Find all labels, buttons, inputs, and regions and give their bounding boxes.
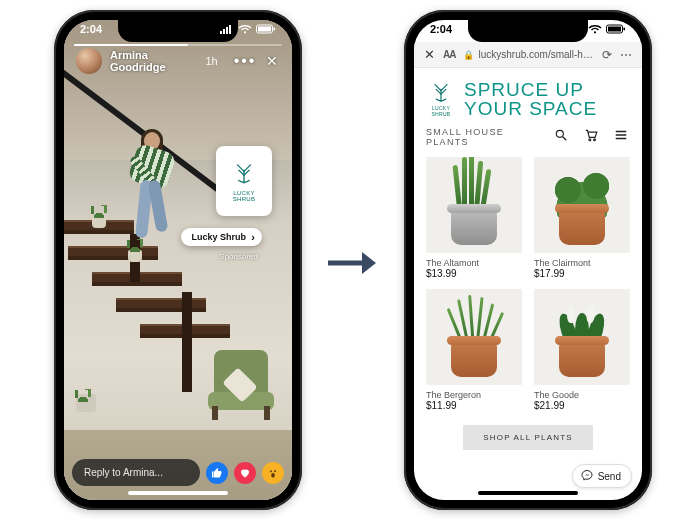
website-screen: 2:04 ✕ AA 🔒 luck <box>414 20 642 500</box>
browser-more-icon[interactable]: ⋯ <box>620 48 632 62</box>
site-logo-text-2: SHRUB <box>431 111 450 117</box>
svg-line-22 <box>563 137 567 141</box>
product-price: $13.99 <box>426 268 522 279</box>
headline-line-1: SPRUCE UP <box>464 80 597 99</box>
svg-rect-7 <box>274 28 276 31</box>
avatar[interactable] <box>76 48 102 74</box>
browser-toolbar: ✕ AA 🔒 luckyshrub.com/small-h… ⟳ ⋯ <box>414 42 642 68</box>
product-name: The Goode <box>534 390 630 400</box>
svg-rect-3 <box>229 25 231 34</box>
brand-logo-text-2: SHRUB <box>233 196 256 202</box>
status-bar: 2:04 <box>64 23 292 35</box>
svg-point-4 <box>244 31 246 33</box>
home-indicator[interactable] <box>128 491 228 495</box>
svg-marker-12 <box>362 252 376 274</box>
svg-rect-0 <box>220 31 222 34</box>
svg-point-9 <box>274 470 276 472</box>
svg-rect-19 <box>608 27 621 32</box>
svg-point-17 <box>594 31 596 33</box>
svg-rect-1 <box>223 29 225 34</box>
svg-rect-14 <box>573 29 575 34</box>
chair-illustration <box>208 344 274 420</box>
svg-point-21 <box>556 130 563 137</box>
brand-pill-link[interactable]: Lucky Shrub <box>181 228 262 246</box>
svg-point-23 <box>589 138 591 140</box>
like-reaction-icon[interactable] <box>206 462 228 484</box>
svg-point-8 <box>270 470 272 472</box>
svg-rect-2 <box>226 27 228 34</box>
product-card[interactable]: The Bergeron $11.99 <box>426 289 522 411</box>
site-header: LUCKY SHRUB SPRUCE UP YOUR SPACE <box>426 80 630 119</box>
wifi-icon <box>238 24 252 34</box>
person-illustration <box>116 132 186 252</box>
reply-input[interactable]: Reply to Armina... <box>72 459 200 486</box>
product-card[interactable]: The Clairmont $17.99 <box>534 157 630 279</box>
product-grid: The Altamont $13.99 The Clairmont $17.99 <box>426 157 630 411</box>
lock-icon: 🔒 <box>463 50 474 60</box>
svg-rect-13 <box>570 31 572 34</box>
product-price: $17.99 <box>534 268 630 279</box>
sponsored-label: Sponsored <box>219 252 258 261</box>
battery-icon <box>256 24 276 34</box>
headline-line-2: YOUR SPACE <box>464 99 597 118</box>
battery-icon <box>606 24 626 34</box>
more-icon[interactable]: ••• <box>234 52 257 70</box>
wifi-icon <box>588 24 602 34</box>
site-logo[interactable]: LUCKY SHRUB <box>426 81 456 117</box>
product-name: The Clairmont <box>534 258 630 268</box>
svg-point-10 <box>271 473 275 478</box>
messenger-icon <box>581 469 593 483</box>
text-size-icon[interactable]: AA <box>443 49 455 60</box>
brand-logo-icon <box>231 161 257 187</box>
product-price: $11.99 <box>426 400 522 411</box>
product-name: The Altamont <box>426 258 522 268</box>
url-text: luckyshrub.com/small-h… <box>478 49 592 60</box>
brand-card[interactable]: LUCKY SHRUB <box>216 146 272 216</box>
headline: SPRUCE UP YOUR SPACE <box>464 80 597 119</box>
browser-close-icon[interactable]: ✕ <box>424 47 435 62</box>
status-bar: 2:04 <box>414 23 642 35</box>
svg-rect-16 <box>579 25 581 34</box>
love-reaction-icon[interactable] <box>234 462 256 484</box>
category-label[interactable]: SMALL HOUSE PLANTS <box>426 127 540 147</box>
story-time: 1h <box>205 55 217 67</box>
story-header: Armina Goodridge 1h ••• ✕ <box>64 48 292 74</box>
phone-website: 2:04 ✕ AA 🔒 luck <box>404 10 652 510</box>
story-progress-bar[interactable] <box>74 44 282 46</box>
product-card[interactable]: The Altamont $13.99 <box>426 157 522 279</box>
story-user-name[interactable]: Armina Goodridge <box>110 49 193 73</box>
search-icon[interactable] <box>552 128 570 146</box>
home-indicator[interactable] <box>478 491 578 495</box>
svg-point-24 <box>594 138 596 140</box>
svg-rect-6 <box>258 27 271 32</box>
category-bar: SMALL HOUSE PLANTS <box>426 127 630 147</box>
cellular-icon <box>570 24 584 34</box>
status-time: 2:04 <box>80 23 102 35</box>
menu-icon[interactable] <box>612 128 630 146</box>
phone-story: 2:04 <box>54 10 302 510</box>
url-bar[interactable]: 🔒 luckyshrub.com/small-h… <box>463 49 594 60</box>
refresh-icon[interactable]: ⟳ <box>602 48 612 62</box>
product-card[interactable]: The Goode $21.99 <box>534 289 630 411</box>
close-icon[interactable]: ✕ <box>264 53 280 69</box>
shop-all-button[interactable]: SHOP ALL PLANTS <box>463 425 593 450</box>
product-name: The Bergeron <box>426 390 522 400</box>
product-price: $21.99 <box>534 400 630 411</box>
status-time: 2:04 <box>430 23 452 35</box>
arrow-icon <box>326 248 376 278</box>
story-screen: 2:04 <box>64 20 292 500</box>
cart-icon[interactable] <box>582 128 600 146</box>
site-body: LUCKY SHRUB SPRUCE UP YOUR SPACE SMALL H… <box>414 68 642 500</box>
svg-rect-20 <box>624 28 626 31</box>
cellular-icon <box>220 24 234 34</box>
send-label: Send <box>598 471 621 482</box>
wow-reaction-icon[interactable] <box>262 462 284 484</box>
svg-rect-15 <box>576 27 578 34</box>
send-button[interactable]: Send <box>572 464 632 488</box>
